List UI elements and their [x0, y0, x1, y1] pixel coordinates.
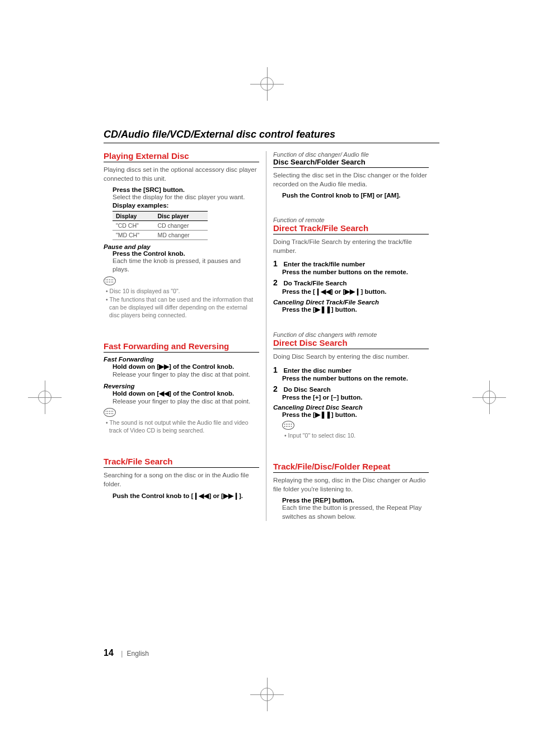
instruction-body: Select the display for the disc player y… [113, 193, 259, 202]
page-footer: 14 | English [104, 648, 149, 658]
step-number: 1 [273, 365, 281, 374]
th-display: Display [113, 211, 154, 220]
intro-text: Searching for a song on the disc or in t… [104, 471, 259, 489]
intro-text: Playing discs set in the optional access… [104, 166, 259, 183]
section-direct-track-search: Direct Track/File Search [273, 223, 429, 234]
right-column: Function of disc changer/ Audio file Dis… [266, 151, 429, 521]
step-number: 1 [273, 259, 281, 268]
step-1: 1 Enter the disc number Press the number… [273, 365, 429, 382]
instruction: Push the Control knob to [FM] or [AM]. [282, 192, 429, 199]
instruction: Press the number buttons on the remote. [282, 269, 429, 275]
play-pause-icon: ▶❚❚ [315, 306, 331, 313]
intro-text: Selecting the disc set in the Disc chang… [273, 171, 429, 189]
section-fast-forward: Fast Forwarding and Reversing [104, 341, 259, 353]
cropmark-bottom [250, 678, 284, 711]
ff-heading: Fast Forwarding [104, 356, 259, 363]
skip-forward-icon: ▶▶❙ [223, 492, 239, 499]
th-player: Disc player [154, 211, 208, 220]
note-bullet: Disc 10 is displayed as "0". [104, 288, 259, 295]
cancel-heading: Canceling Direct Disc Search [273, 404, 429, 411]
instruction: Press the number buttons on the remote. [282, 375, 429, 382]
note-icon [282, 421, 294, 430]
intro-text: Doing Track/File Search by entering the … [273, 238, 429, 255]
instruction: Press the [❙◀◀] or [▶▶❙] button. [282, 288, 429, 295]
page-number: 14 [104, 648, 114, 658]
instruction-body: Each time the button is pressed, the Rep… [282, 504, 429, 521]
note-icon [104, 276, 116, 285]
instruction-body: Release your finger to play the disc at … [113, 397, 259, 406]
ff-icon: ▶▶ [159, 363, 169, 370]
skip-back-icon: ❙◀◀ [315, 288, 331, 295]
note-icon [104, 408, 116, 417]
cropmark-top [250, 67, 284, 101]
display-table: DisplayDisc player "CD CH"CD changer "MD… [113, 211, 208, 240]
step-2: 2 Do Track/File Search Press the [❙◀◀] o… [273, 278, 429, 295]
rev-heading: Reversing [104, 383, 259, 389]
step-2: 2 Do Disc Search Press the [+] or [–] bu… [273, 384, 429, 401]
play-pause-icon: ▶❚❚ [315, 411, 331, 418]
note-bullet: Input "0" to select disc 10. [282, 432, 429, 440]
instruction: Press the Control knob. [113, 250, 259, 257]
section-playing-external-disc: Playing External Disc [104, 151, 259, 162]
section-direct-disc-search: Direct Disc Search [273, 338, 429, 349]
table-row: "CD CH"CD changer [113, 220, 208, 230]
step-number: 2 [273, 278, 281, 287]
skip-forward-icon: ▶▶❙ [345, 288, 360, 295]
section-track-file-search: Track/File Search [104, 457, 259, 468]
note-bullet: The functions that can be used and the i… [104, 296, 259, 319]
step-1: 1 Enter the track/file number Press the … [273, 259, 429, 275]
context-label: Function of disc changer/ Audio file [273, 151, 429, 158]
instruction: Press the [▶❚❚] button. [282, 411, 429, 419]
note-bullet: The sound is not output while the Audio … [104, 419, 259, 434]
examples-label: Display examples: [113, 202, 259, 209]
skip-back-icon: ❙◀◀ [193, 492, 209, 499]
instruction: Press the [REP] button. [282, 497, 429, 504]
chapter-title: CD/Audio file/VCD/External disc control … [104, 129, 439, 143]
page-content: CD/Audio file/VCD/External disc control … [104, 129, 439, 521]
rw-icon: ◀◀ [159, 390, 169, 397]
context-label: Function of remote [273, 217, 429, 223]
footer-language: English [127, 650, 149, 658]
section-disc-folder-search: Disc Search/Folder Search [273, 158, 429, 168]
left-column: Playing External Disc Playing discs set … [104, 151, 266, 521]
instruction: Hold down on [◀◀] of the Control knob. [113, 389, 259, 397]
instruction-body: Release your finger to play the disc at … [113, 370, 259, 379]
footer-separator: | [121, 650, 123, 658]
cropmark-left [28, 381, 62, 414]
context-label: Function of disc changers with remote [273, 331, 429, 338]
pause-play-heading: Pause and play [104, 243, 259, 250]
cropmark-right [472, 381, 506, 414]
instruction-body: Each time the knob is pressed, it pauses… [113, 257, 259, 274]
intro-text: Doing Disc Search by entering the disc n… [273, 353, 429, 361]
instruction: Press the [SRC] button. [113, 186, 259, 193]
instruction: Push the Control knob to [❙◀◀] or [▶▶❙]. [113, 492, 259, 500]
intro-text: Replaying the song, disc in the Disc cha… [273, 476, 429, 494]
table-row: "MD CH"MD changer [113, 230, 208, 240]
instruction: Press the [▶❚❚] button. [282, 306, 429, 313]
section-repeat: Track/File/Disc/Folder Repeat [273, 462, 429, 473]
instruction: Hold down on [▶▶] of the Control knob. [113, 363, 259, 370]
instruction: Press the [+] or [–] button. [282, 394, 429, 401]
cancel-heading: Canceling Direct Track/File Search [273, 299, 429, 306]
step-number: 2 [273, 384, 281, 393]
